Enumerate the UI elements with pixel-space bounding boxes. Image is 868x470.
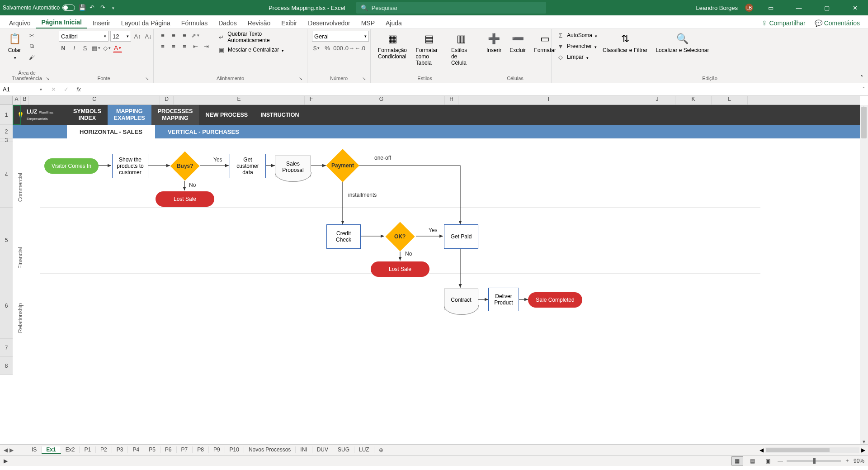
dialog-launcher-icon[interactable]: ↘ xyxy=(299,76,302,81)
minimize-icon[interactable]: — xyxy=(788,0,809,15)
align-top-icon[interactable]: ≡ xyxy=(158,31,167,40)
sheet-tab[interactable]: P7 xyxy=(177,446,193,453)
row-header[interactable]: 2 xyxy=(0,125,13,138)
insert-cells-button[interactable]: ➕Inserir xyxy=(484,31,504,54)
terminator-sale-completed[interactable]: Sale Completed xyxy=(528,292,582,308)
maximize-icon[interactable]: ▢ xyxy=(816,0,837,15)
normal-view-icon[interactable]: ▦ xyxy=(731,456,743,465)
number-format-select[interactable]: Geral▾ xyxy=(312,31,369,42)
document-contract[interactable]: Contract xyxy=(444,289,478,310)
menu-arquivo[interactable]: Arquivo xyxy=(4,18,36,28)
menu-dados[interactable]: Dados xyxy=(213,18,242,28)
sheet-tab[interactable]: SUG xyxy=(333,446,354,453)
sub-tab[interactable]: VERTICAL - PURCHASES xyxy=(155,125,252,138)
process-get-paid[interactable]: Get Paid xyxy=(444,224,478,249)
zoom-out-icon[interactable]: — xyxy=(778,458,783,464)
process-get-customer-data[interactable]: Get customer data xyxy=(230,154,266,178)
row-header[interactable]: 6 xyxy=(0,273,13,339)
menu-msp[interactable]: MSP xyxy=(356,18,380,28)
wrap-text-button[interactable]: ↵Quebrar Texto Automaticamente xyxy=(217,31,302,43)
indent-decrease-icon[interactable]: ⇤ xyxy=(191,42,200,51)
collapse-ribbon-icon[interactable]: ˄ xyxy=(860,74,863,81)
align-middle-icon[interactable]: ≡ xyxy=(169,31,178,40)
add-sheet-button[interactable]: ⊕ xyxy=(374,447,388,453)
menu-página-inicial[interactable]: Página Inicial xyxy=(36,17,87,28)
sheet-tab[interactable]: Novos Processos xyxy=(244,446,296,453)
cut-icon[interactable]: ✂ xyxy=(27,31,36,40)
zoom-slider[interactable] xyxy=(787,460,841,462)
column-header[interactable]: F xyxy=(305,96,318,104)
app-tab[interactable]: SYMBOLSINDEX xyxy=(67,105,108,125)
decrease-font-icon[interactable]: A↓ xyxy=(144,32,153,41)
save-icon[interactable]: 💾 xyxy=(79,4,86,11)
accounting-icon[interactable]: $ xyxy=(312,43,321,52)
sheet-tab[interactable]: P6 xyxy=(160,446,177,453)
sheet-tab[interactable]: P9 xyxy=(209,446,225,453)
comments-button[interactable]: 💬Comentários xyxy=(810,18,864,28)
sheet-tab[interactable]: Ex1 xyxy=(42,446,61,454)
comma-icon[interactable]: 000 xyxy=(334,43,343,52)
menu-desenvolvedor[interactable]: Desenvolvedor xyxy=(302,18,355,28)
app-tab[interactable]: PROCESSESMAPPING xyxy=(151,105,199,125)
borders-icon[interactable]: ▦ xyxy=(91,43,100,52)
process-credit-check[interactable]: Credit Check xyxy=(326,224,361,249)
sheet-tab[interactable]: Ex2 xyxy=(61,446,80,453)
sheet-tab[interactable]: P3 xyxy=(112,446,128,453)
decision-payment[interactable]: Payment xyxy=(326,149,359,182)
indent-increase-icon[interactable]: ⇥ xyxy=(202,42,211,51)
percent-icon[interactable]: % xyxy=(323,43,332,52)
app-tab[interactable]: MAPPINGEXAMPLES xyxy=(108,105,151,125)
increase-decimal-icon[interactable]: .0→ xyxy=(344,43,354,52)
vertical-scrollbar[interactable]: ▲ ▼ xyxy=(860,105,868,444)
cell-styles-button[interactable]: ▥Estilos de Célula xyxy=(448,31,474,67)
redo-icon[interactable]: ↷ xyxy=(100,4,108,11)
sheet-tab[interactable]: LUZ xyxy=(354,446,374,453)
search-input[interactable]: 🔍 Pesquisar xyxy=(356,2,546,14)
font-name-input[interactable]: Calibri▾ xyxy=(59,31,108,42)
scroll-right-icon[interactable]: ▶ xyxy=(861,447,865,453)
increase-font-icon[interactable]: A↑ xyxy=(133,32,142,41)
tab-scroll-left-icon[interactable]: ◀ xyxy=(4,447,8,453)
app-tab[interactable]: INSTRUCTION xyxy=(254,105,305,125)
column-header[interactable]: K xyxy=(675,96,712,104)
menu-layout-da-página[interactable]: Layout da Página xyxy=(116,18,176,28)
undo-icon[interactable]: ↶ xyxy=(90,4,97,11)
terminator-lost-sale-2[interactable]: Lost Sale xyxy=(371,261,429,277)
sheet-tab[interactable]: P4 xyxy=(128,446,144,453)
row-header[interactable]: 4 xyxy=(0,142,13,208)
menu-inserir[interactable]: Inserir xyxy=(87,18,116,28)
align-left-icon[interactable]: ≡ xyxy=(158,42,167,51)
sheet-tab[interactable]: P2 xyxy=(96,446,112,453)
column-header[interactable]: H xyxy=(445,96,458,104)
share-button[interactable]: ⇪Compartilhar xyxy=(757,18,810,28)
autosave-toggle[interactable]: Salvamento Automático xyxy=(3,5,75,11)
horizontal-scrollbar[interactable]: ◀ ▶ xyxy=(760,447,868,453)
menu-revisão[interactable]: Revisão xyxy=(242,18,276,28)
active-cell[interactable] xyxy=(13,105,21,125)
align-center-icon[interactable]: ≡ xyxy=(169,42,178,51)
align-right-icon[interactable]: ≡ xyxy=(180,42,189,51)
terminator-visitor[interactable]: Visitor Comes In xyxy=(44,158,99,174)
process-deliver-product[interactable]: Deliver Product xyxy=(488,288,519,311)
bold-icon[interactable]: N xyxy=(59,43,68,52)
delete-cells-button[interactable]: ➖Excluir xyxy=(507,31,528,54)
page-layout-view-icon[interactable]: ▤ xyxy=(747,456,759,465)
row-header[interactable]: 1 xyxy=(0,105,13,125)
decision-buys[interactable]: Buys? xyxy=(170,151,199,180)
copy-icon[interactable]: ⧉ xyxy=(27,42,36,51)
row-header[interactable]: 3 xyxy=(0,138,13,142)
decrease-decimal-icon[interactable]: ←.0 xyxy=(355,43,364,52)
sheet-tab[interactable]: IS xyxy=(27,446,42,453)
sort-filter-button[interactable]: ⇅Classificar e Filtrar xyxy=(600,31,650,54)
column-header[interactable]: C xyxy=(29,96,160,104)
sheet-tab[interactable]: P5 xyxy=(144,446,160,453)
expand-formula-bar-icon[interactable]: ˅ xyxy=(859,86,868,93)
sheet-tab[interactable]: INI xyxy=(296,446,312,453)
sheet-tab[interactable]: DUV xyxy=(312,446,333,453)
row-header[interactable]: 5 xyxy=(0,208,13,273)
record-macro-icon[interactable]: ▶ xyxy=(4,458,8,464)
document-sales-proposal[interactable]: Sales Proposal xyxy=(275,156,311,177)
find-select-button[interactable]: 🔍Localizar e Selecionar xyxy=(653,31,712,54)
underline-icon[interactable]: S xyxy=(80,43,90,52)
sheet-tab[interactable]: P10 xyxy=(225,446,244,453)
